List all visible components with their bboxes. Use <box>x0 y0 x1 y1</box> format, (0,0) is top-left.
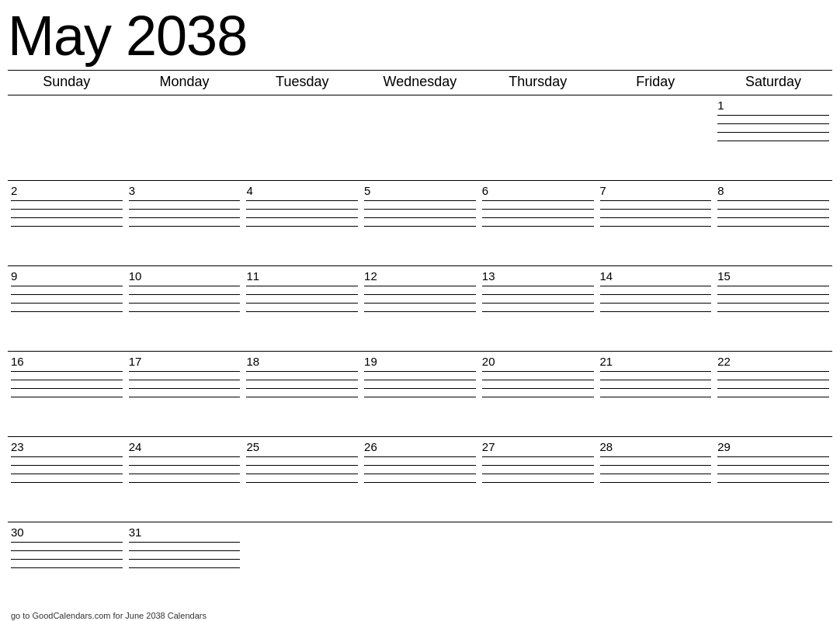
note-line <box>11 286 123 286</box>
calendar-cell <box>597 95 715 181</box>
day-number: 24 <box>129 440 241 453</box>
note-line <box>129 559 241 560</box>
note-line <box>717 311 829 312</box>
note-line <box>129 311 241 312</box>
day-header-sunday: Sunday <box>8 71 126 95</box>
note-line <box>482 217 594 218</box>
calendar-cell <box>479 95 597 181</box>
note-line <box>11 542 123 543</box>
note-lines <box>600 371 712 397</box>
note-line <box>11 209 123 210</box>
day-number: 6 <box>482 184 594 197</box>
day-header-thursday: Thursday <box>479 71 597 95</box>
note-line <box>364 388 476 389</box>
note-line <box>364 286 476 286</box>
note-line <box>11 294 123 295</box>
calendar-cell: 5 <box>361 181 479 266</box>
note-line <box>482 482 594 483</box>
note-line <box>129 465 241 466</box>
note-lines <box>246 371 358 397</box>
calendar-cell: 27 <box>479 437 597 522</box>
note-line <box>11 200 123 201</box>
note-line <box>129 456 241 457</box>
note-line <box>246 209 358 210</box>
note-line <box>482 474 594 474</box>
calendar-cell: 9 <box>8 266 126 352</box>
note-line <box>482 388 594 389</box>
note-line <box>129 567 241 568</box>
note-line <box>717 226 829 227</box>
note-line <box>717 209 829 210</box>
note-line <box>11 559 123 560</box>
calendar-cell: 22 <box>714 352 832 437</box>
note-line <box>600 311 712 312</box>
note-lines <box>364 371 476 397</box>
note-line <box>129 294 241 295</box>
note-line <box>717 200 829 201</box>
note-lines <box>364 456 476 483</box>
note-line <box>129 226 241 227</box>
note-line <box>11 474 123 474</box>
note-line <box>364 200 476 201</box>
day-number: 22 <box>717 355 829 368</box>
note-lines <box>11 456 123 483</box>
note-line <box>482 294 594 295</box>
calendar-cell: 7 <box>597 181 715 266</box>
note-line <box>129 388 241 389</box>
day-number: 27 <box>482 440 594 453</box>
calendar-cell: 3 <box>126 181 244 266</box>
calendar-cell: 19 <box>361 352 479 437</box>
calendar-cell: 29 <box>714 437 832 522</box>
note-line <box>246 482 358 483</box>
note-line <box>246 294 358 295</box>
note-line <box>717 286 829 286</box>
calendar-table: SundayMondayTuesdayWednesdayThursdayFrid… <box>8 70 832 608</box>
day-header-wednesday: Wednesday <box>361 71 479 95</box>
note-line <box>11 482 123 483</box>
note-line <box>11 226 123 227</box>
note-line <box>246 371 358 372</box>
calendar-cell: 28 <box>597 437 715 522</box>
note-line <box>717 217 829 218</box>
day-number: 7 <box>600 184 712 197</box>
footer-text: go to GoodCalendars.com for June 2038 Ca… <box>8 611 832 620</box>
note-line <box>482 380 594 380</box>
note-lines <box>11 200 123 227</box>
note-lines <box>717 200 829 227</box>
day-number: 14 <box>600 269 712 283</box>
note-line <box>129 482 241 483</box>
calendar-cell <box>243 95 361 181</box>
note-lines <box>482 371 594 397</box>
note-line <box>364 482 476 483</box>
calendar-cell: 11 <box>243 266 361 352</box>
note-line <box>246 303 358 304</box>
calendar-cell: 10 <box>126 266 244 352</box>
calendar-cell: 25 <box>243 437 361 522</box>
calendar-cell: 21 <box>597 352 715 437</box>
note-lines <box>717 286 829 312</box>
note-line <box>600 456 712 457</box>
note-line <box>717 371 829 372</box>
note-line <box>246 226 358 227</box>
note-line <box>717 141 829 141</box>
note-line <box>600 200 712 201</box>
week-row: 16171819202122 <box>8 352 832 437</box>
day-number: 20 <box>482 355 594 368</box>
note-lines <box>482 200 594 227</box>
note-line <box>600 286 712 286</box>
note-lines <box>246 200 358 227</box>
note-line <box>600 294 712 295</box>
note-line <box>129 209 241 210</box>
note-line <box>364 217 476 218</box>
day-number: 19 <box>364 355 476 368</box>
note-line <box>482 371 594 372</box>
note-line <box>129 286 241 286</box>
note-lines <box>246 456 358 483</box>
note-line <box>364 294 476 295</box>
week-row: 23242526272829 <box>8 437 832 522</box>
calendar-cell: 8 <box>714 181 832 266</box>
note-line <box>717 123 829 124</box>
note-line <box>717 132 829 133</box>
day-number: 9 <box>11 269 123 283</box>
calendar-cell <box>243 522 361 608</box>
